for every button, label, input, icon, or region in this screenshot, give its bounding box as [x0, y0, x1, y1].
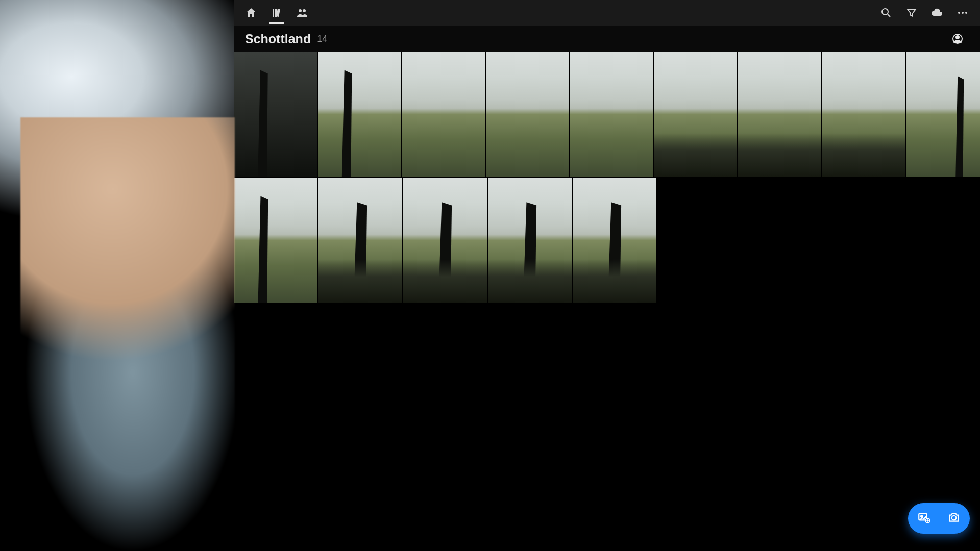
photo-thumbnail[interactable] — [570, 52, 653, 177]
album-header: Schottland 14 — [234, 26, 980, 52]
photo-thumbnail[interactable] — [403, 178, 487, 303]
svg-point-4 — [962, 12, 964, 14]
svg-point-7 — [956, 36, 959, 39]
photo-thumbnail[interactable] — [486, 52, 569, 177]
svg-point-1 — [303, 9, 306, 12]
camera-icon — [947, 511, 961, 526]
svg-point-0 — [299, 9, 302, 12]
photo-thumbnail[interactable] — [488, 178, 572, 303]
photo-thumbnail[interactable] — [822, 52, 905, 177]
filter-icon[interactable] — [900, 2, 923, 24]
svg-point-3 — [958, 12, 960, 14]
cloud-icon[interactable] — [926, 2, 948, 24]
people-icon[interactable] — [291, 2, 313, 24]
top-nav-bar — [234, 0, 980, 26]
search-icon[interactable] — [875, 2, 897, 24]
svg-point-2 — [882, 9, 888, 15]
photo-thumbnail[interactable] — [234, 52, 317, 177]
profile-icon[interactable] — [946, 28, 969, 50]
album-title: Schottland — [245, 32, 311, 46]
photo-thumbnail[interactable] — [738, 52, 821, 177]
image-add-icon — [917, 511, 930, 526]
more-icon[interactable] — [951, 2, 974, 24]
photo-thumbnail[interactable] — [654, 52, 737, 177]
album-count: 14 — [317, 34, 327, 44]
photo-thumbnail[interactable] — [234, 178, 317, 303]
photo-thumbnail[interactable] — [573, 178, 656, 303]
svg-point-11 — [952, 516, 957, 520]
photo-thumbnail[interactable] — [318, 178, 402, 303]
library-icon[interactable] — [265, 2, 288, 24]
photo-thumbnail[interactable] — [402, 52, 485, 177]
app-panel: Schottland 14 — [234, 0, 980, 551]
photo-thumbnail[interactable] — [318, 52, 401, 177]
fab-divider — [939, 511, 939, 525]
svg-point-5 — [965, 12, 967, 14]
photo-thumbnail[interactable] — [906, 52, 980, 177]
presenter-video-overlay — [0, 0, 234, 551]
thumbnail-grid — [234, 52, 980, 551]
add-photos-fab[interactable] — [908, 503, 970, 534]
home-icon[interactable] — [240, 2, 262, 24]
